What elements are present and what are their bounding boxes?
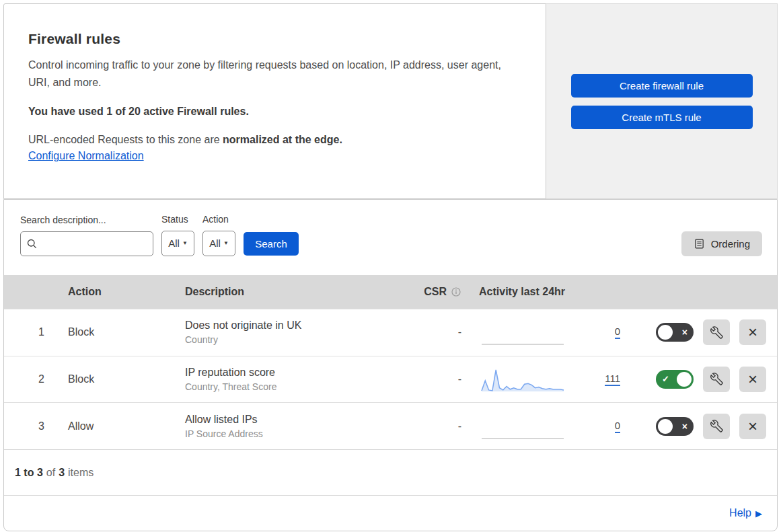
activity-count: 0 [615, 326, 620, 337]
intro-card: Firewall rules Control incoming traffic … [3, 3, 546, 199]
pagination-summary: 1 to 3 of 3 items [4, 449, 777, 495]
activity-count-link[interactable]: 0 [615, 420, 620, 433]
header-activity: Activity last 24hr [471, 286, 639, 298]
info-icon[interactable] [451, 287, 461, 297]
rule-description: IP reputation score [185, 367, 404, 379]
rule-activity-cell: 0 [471, 317, 639, 347]
rule-description: Allow listed IPs [185, 414, 404, 426]
actions-panel: Create firewall rule Create mTLS rule [546, 3, 778, 199]
delete-rule-button[interactable]: × [739, 367, 766, 392]
rule-activity-cell: 111 [471, 365, 639, 394]
activity-count: 111 [605, 373, 620, 384]
chevron-down-icon: ▼ [223, 240, 229, 246]
edit-rule-button[interactable] [703, 319, 730, 345]
rule-fields: IP Source Address [185, 428, 404, 439]
rule-priority: 3 [4, 420, 68, 432]
rule-action: Block [68, 373, 185, 385]
action-select[interactable]: All ▼ [202, 231, 235, 256]
filter-bar: Search description... Status All ▼ Actio… [4, 200, 777, 275]
edit-rule-button[interactable] [703, 414, 730, 439]
rule-csr: - [404, 420, 471, 432]
activity-count: 0 [615, 420, 620, 431]
status-label: Status [161, 214, 194, 225]
action-filter-group: Action All ▼ [202, 214, 235, 256]
wrench-icon [710, 326, 723, 339]
normalization-prefix: URL-encoded Requests to this zone are [28, 134, 223, 145]
activity-count-link[interactable]: 111 [605, 373, 620, 386]
rule-controls: × × [639, 414, 777, 439]
activity-count-link[interactable]: 0 [615, 326, 620, 339]
ordering-button-label: Ordering [711, 238, 750, 250]
search-label: Search description... [20, 215, 153, 225]
action-label: Action [202, 214, 235, 225]
close-icon: × [748, 418, 757, 434]
toggle-cross-icon: × [682, 420, 687, 431]
ordering-list-icon [694, 238, 705, 250]
rule-fields: Country, Threat Score [185, 381, 404, 392]
rule-enabled-toggle[interactable]: × [656, 323, 694, 342]
create-firewall-rule-button[interactable]: Create firewall rule [571, 74, 753, 98]
search-input[interactable] [38, 238, 147, 249]
table-row: 3 Allow Allow listed IPs IP Source Addre… [4, 402, 777, 449]
wrench-icon [710, 420, 723, 432]
status-select[interactable]: All ▼ [161, 231, 194, 256]
rule-action: Allow [68, 420, 185, 432]
delete-rule-button[interactable]: × [739, 319, 766, 345]
firewall-rules-page: Firewall rules Control incoming traffic … [0, 0, 781, 532]
rule-csr: - [404, 373, 471, 385]
rule-controls: ✓ × [639, 367, 777, 392]
help-bar: Help ▶ [4, 495, 777, 531]
activity-sparkline [479, 412, 566, 441]
page-description: Control incoming traffic to your zone by… [28, 56, 507, 91]
rule-priority: 2 [4, 373, 68, 385]
search-button[interactable]: Search [244, 232, 299, 256]
activity-sparkline [479, 365, 566, 394]
search-group: Search description... [20, 215, 153, 256]
rule-enabled-toggle[interactable]: ✓ [656, 370, 694, 389]
rule-enabled-toggle[interactable]: × [656, 417, 694, 436]
wrench-icon [710, 373, 723, 385]
pagination-total: 3 [59, 467, 65, 479]
configure-normalization-link[interactable]: Configure Normalization [28, 150, 144, 162]
header-action: Action [68, 286, 185, 298]
toggle-knob [658, 325, 673, 340]
activity-sparkline [479, 317, 566, 347]
close-icon: × [748, 371, 757, 387]
delete-rule-button[interactable]: × [739, 414, 766, 439]
rule-action: Block [68, 326, 185, 338]
help-link[interactable]: Help ▶ [729, 507, 762, 519]
rule-fields: Country [185, 334, 404, 345]
usage-summary: You have used 1 of 20 active Firewall ru… [28, 106, 521, 118]
rule-description: Does not originate in UK [185, 319, 404, 332]
toggle-cross-icon: × [682, 327, 687, 338]
top-section: Firewall rules Control incoming traffic … [3, 3, 778, 199]
search-input-wrapper [20, 231, 153, 256]
action-select-value: All [209, 237, 221, 249]
pagination-items: items [68, 467, 94, 479]
toggle-knob [677, 372, 692, 387]
close-icon: × [748, 324, 757, 340]
create-mtls-rule-button[interactable]: Create mTLS rule [571, 106, 753, 129]
help-arrow-icon: ▶ [755, 508, 762, 519]
table-header: Action Description CSR Activity last 24h… [4, 275, 777, 309]
rule-activity-cell: 0 [471, 412, 639, 441]
help-link-label: Help [729, 507, 751, 519]
chevron-down-icon: ▼ [182, 240, 188, 246]
rule-priority: 1 [4, 326, 68, 338]
rule-description-cell: IP reputation score Country, Threat Scor… [185, 367, 404, 392]
pagination-range: 1 to 3 [15, 467, 43, 479]
toggle-check-icon: ✓ [662, 374, 669, 384]
header-csr: CSR [404, 286, 471, 298]
rule-controls: × × [639, 319, 777, 345]
rule-description-cell: Does not originate in UK Country [185, 319, 404, 345]
normalization-bold: normalized at the edge. [223, 134, 342, 145]
rule-description-cell: Allow listed IPs IP Source Address [185, 414, 404, 439]
status-filter-group: Status All ▼ [161, 214, 194, 256]
pagination-of: of [46, 467, 55, 479]
status-select-value: All [168, 237, 180, 249]
rules-list-card: Search description... Status All ▼ Actio… [3, 199, 778, 531]
table-row: 1 Block Does not originate in UK Country… [4, 309, 777, 356]
ordering-button[interactable]: Ordering [681, 231, 762, 256]
rule-csr: - [404, 326, 471, 338]
edit-rule-button[interactable] [703, 367, 730, 392]
